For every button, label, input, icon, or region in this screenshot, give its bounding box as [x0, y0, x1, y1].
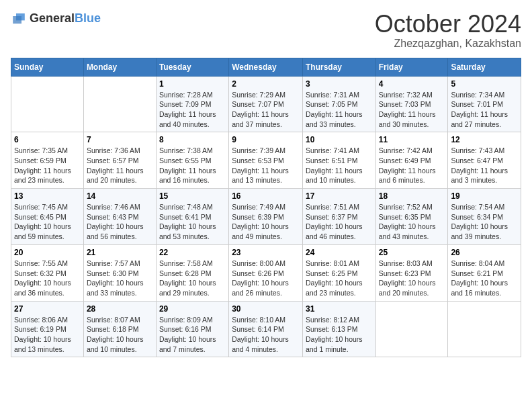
- day-info: Sunrise: 8:00 AM Sunset: 6:26 PM Dayligh…: [232, 259, 300, 298]
- day-info: Sunrise: 7:48 AM Sunset: 6:41 PM Dayligh…: [159, 202, 226, 242]
- calendar-cell: 9Sunrise: 7:39 AM Sunset: 6:53 PM Daylig…: [229, 132, 303, 189]
- calendar-week-2: 6Sunrise: 7:35 AM Sunset: 6:59 PM Daylig…: [11, 132, 521, 189]
- day-number: 8: [159, 135, 226, 144]
- day-number: 17: [306, 191, 373, 201]
- day-number: 31: [306, 304, 373, 314]
- header-thursday: Thursday: [302, 58, 375, 76]
- calendar-cell: 20Sunrise: 7:55 AM Sunset: 6:32 PM Dayli…: [11, 244, 84, 301]
- calendar-week-4: 20Sunrise: 7:55 AM Sunset: 6:32 PM Dayli…: [11, 244, 521, 301]
- svg-marker-1: [13, 16, 21, 24]
- calendar-cell: 5Sunrise: 7:34 AM Sunset: 7:01 PM Daylig…: [448, 76, 521, 132]
- day-number: 16: [232, 191, 300, 201]
- calendar-cell: 16Sunrise: 7:49 AM Sunset: 6:39 PM Dayli…: [229, 189, 303, 245]
- day-info: Sunrise: 7:52 AM Sunset: 6:35 PM Dayligh…: [379, 202, 445, 242]
- day-number: 6: [14, 135, 81, 144]
- calendar-cell: 19Sunrise: 7:54 AM Sunset: 6:34 PM Dayli…: [448, 189, 521, 245]
- day-number: 14: [87, 191, 153, 201]
- day-number: 23: [232, 248, 300, 257]
- calendar-cell: 18Sunrise: 7:52 AM Sunset: 6:35 PM Dayli…: [375, 189, 448, 245]
- calendar-cell: [83, 76, 156, 132]
- header-tuesday: Tuesday: [156, 58, 228, 76]
- header-wednesday: Wednesday: [229, 58, 303, 76]
- day-info: Sunrise: 7:38 AM Sunset: 6:55 PM Dayligh…: [159, 146, 226, 185]
- day-number: 27: [14, 304, 81, 314]
- day-number: 20: [14, 248, 81, 257]
- calendar-cell: 29Sunrise: 8:09 AM Sunset: 6:16 PM Dayli…: [156, 301, 228, 357]
- day-info: Sunrise: 8:10 AM Sunset: 6:14 PM Dayligh…: [232, 315, 300, 355]
- day-info: Sunrise: 8:04 AM Sunset: 6:21 PM Dayligh…: [451, 259, 518, 298]
- day-info: Sunrise: 7:34 AM Sunset: 7:01 PM Dayligh…: [451, 90, 518, 130]
- day-number: 15: [159, 191, 226, 201]
- calendar-cell: 28Sunrise: 8:07 AM Sunset: 6:18 PM Dayli…: [83, 301, 156, 357]
- calendar-cell: 4Sunrise: 7:32 AM Sunset: 7:03 PM Daylig…: [375, 76, 448, 132]
- day-info: Sunrise: 7:28 AM Sunset: 7:09 PM Dayligh…: [159, 90, 226, 130]
- day-info: Sunrise: 7:54 AM Sunset: 6:34 PM Dayligh…: [451, 202, 518, 242]
- calendar-table: SundayMondayTuesdayWednesdayThursdayFrid…: [11, 58, 521, 358]
- day-number: 19: [451, 191, 518, 201]
- day-number: 4: [379, 79, 445, 89]
- day-info: Sunrise: 7:55 AM Sunset: 6:32 PM Dayligh…: [14, 259, 81, 298]
- calendar-cell: 31Sunrise: 8:12 AM Sunset: 6:13 PM Dayli…: [302, 301, 375, 357]
- calendar-cell: 10Sunrise: 7:41 AM Sunset: 6:51 PM Dayli…: [302, 132, 375, 189]
- calendar-cell: 12Sunrise: 7:43 AM Sunset: 6:47 PM Dayli…: [448, 132, 521, 189]
- calendar-cell: 26Sunrise: 8:04 AM Sunset: 6:21 PM Dayli…: [448, 244, 521, 301]
- logo-icon: [11, 11, 27, 27]
- day-number: 12: [451, 135, 518, 144]
- calendar-cell: 14Sunrise: 7:46 AM Sunset: 6:43 PM Dayli…: [83, 189, 156, 245]
- calendar-cell: [375, 301, 448, 357]
- header-friday: Friday: [375, 58, 448, 76]
- day-info: Sunrise: 8:01 AM Sunset: 6:25 PM Dayligh…: [306, 259, 373, 298]
- day-info: Sunrise: 8:06 AM Sunset: 6:19 PM Dayligh…: [14, 315, 81, 355]
- calendar-cell: 25Sunrise: 8:03 AM Sunset: 6:23 PM Dayli…: [375, 244, 448, 301]
- day-info: Sunrise: 7:29 AM Sunset: 7:07 PM Dayligh…: [232, 90, 300, 130]
- calendar-cell: 17Sunrise: 7:51 AM Sunset: 6:37 PM Dayli…: [302, 189, 375, 245]
- day-number: 24: [306, 248, 373, 257]
- day-number: 29: [159, 304, 226, 314]
- day-number: 3: [306, 79, 373, 89]
- logo: GeneralBlue: [11, 11, 101, 27]
- day-number: 26: [451, 248, 518, 257]
- day-info: Sunrise: 7:43 AM Sunset: 6:47 PM Dayligh…: [451, 146, 518, 185]
- page-header: GeneralBlue October 2024 Zhezqazghan, Ka…: [11, 11, 521, 50]
- calendar-cell: 22Sunrise: 7:58 AM Sunset: 6:28 PM Dayli…: [156, 244, 228, 301]
- day-info: Sunrise: 7:49 AM Sunset: 6:39 PM Dayligh…: [232, 202, 300, 242]
- day-number: 25: [379, 248, 445, 257]
- calendar-cell: 13Sunrise: 7:45 AM Sunset: 6:45 PM Dayli…: [11, 189, 84, 245]
- header-sunday: Sunday: [11, 58, 84, 76]
- calendar-cell: 27Sunrise: 8:06 AM Sunset: 6:19 PM Dayli…: [11, 301, 84, 357]
- calendar-cell: 15Sunrise: 7:48 AM Sunset: 6:41 PM Dayli…: [156, 189, 228, 245]
- day-info: Sunrise: 7:42 AM Sunset: 6:49 PM Dayligh…: [379, 146, 445, 185]
- day-info: Sunrise: 8:03 AM Sunset: 6:23 PM Dayligh…: [379, 259, 445, 298]
- calendar-cell: 23Sunrise: 8:00 AM Sunset: 6:26 PM Dayli…: [229, 244, 303, 301]
- header-monday: Monday: [83, 58, 156, 76]
- calendar-cell: 1Sunrise: 7:28 AM Sunset: 7:09 PM Daylig…: [156, 76, 228, 132]
- day-info: Sunrise: 7:31 AM Sunset: 7:05 PM Dayligh…: [306, 90, 373, 130]
- day-info: Sunrise: 7:35 AM Sunset: 6:59 PM Dayligh…: [14, 146, 81, 185]
- day-info: Sunrise: 7:41 AM Sunset: 6:51 PM Dayligh…: [306, 146, 373, 185]
- calendar-week-1: 1Sunrise: 7:28 AM Sunset: 7:09 PM Daylig…: [11, 76, 521, 132]
- day-number: 11: [379, 135, 445, 144]
- calendar-header-row: SundayMondayTuesdayWednesdayThursdayFrid…: [11, 58, 521, 76]
- calendar-cell: 24Sunrise: 8:01 AM Sunset: 6:25 PM Dayli…: [302, 244, 375, 301]
- calendar-cell: 6Sunrise: 7:35 AM Sunset: 6:59 PM Daylig…: [11, 132, 84, 189]
- calendar-cell: 30Sunrise: 8:10 AM Sunset: 6:14 PM Dayli…: [229, 301, 303, 357]
- day-number: 13: [14, 191, 81, 201]
- title-block: October 2024 Zhezqazghan, Kazakhstan: [375, 11, 521, 50]
- day-info: Sunrise: 8:09 AM Sunset: 6:16 PM Dayligh…: [159, 315, 226, 355]
- day-info: Sunrise: 7:39 AM Sunset: 6:53 PM Dayligh…: [232, 146, 300, 185]
- logo-text: GeneralBlue: [30, 12, 101, 26]
- calendar-week-5: 27Sunrise: 8:06 AM Sunset: 6:19 PM Dayli…: [11, 301, 521, 357]
- day-number: 9: [232, 135, 300, 144]
- day-number: 2: [232, 79, 300, 89]
- day-info: Sunrise: 7:36 AM Sunset: 6:57 PM Dayligh…: [87, 146, 153, 185]
- calendar-cell: 2Sunrise: 7:29 AM Sunset: 7:07 PM Daylig…: [229, 76, 303, 132]
- day-number: 7: [87, 135, 153, 144]
- month-title: October 2024: [375, 11, 521, 38]
- header-saturday: Saturday: [448, 58, 521, 76]
- day-number: 18: [379, 191, 445, 201]
- calendar-cell: [11, 76, 84, 132]
- day-number: 28: [87, 304, 153, 314]
- day-info: Sunrise: 8:12 AM Sunset: 6:13 PM Dayligh…: [306, 315, 373, 355]
- day-info: Sunrise: 8:07 AM Sunset: 6:18 PM Dayligh…: [87, 315, 153, 355]
- day-number: 21: [87, 248, 153, 257]
